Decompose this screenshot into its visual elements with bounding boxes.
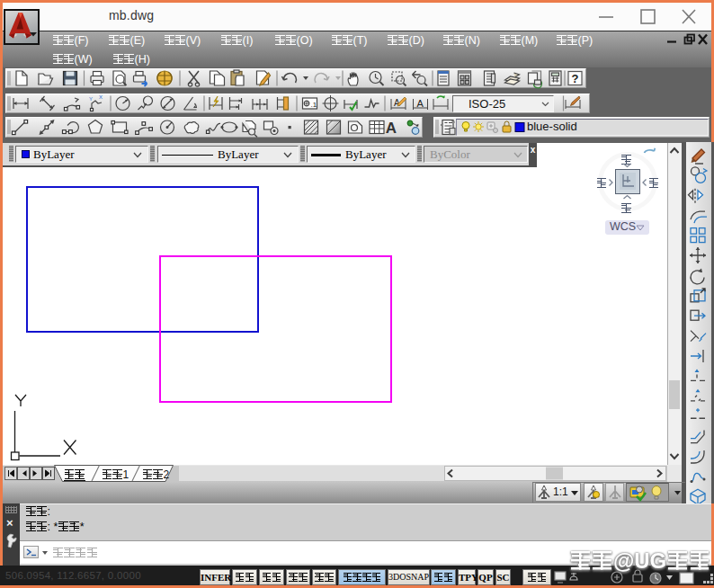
svg-text:A: A [386,120,397,137]
svg-text:A: A [417,98,424,109]
svg-text:X: X [99,94,103,100]
svg-text:Y: Y [89,96,93,102]
svg-text:.1: .1 [311,101,317,109]
svg-text:?: ? [572,72,579,85]
